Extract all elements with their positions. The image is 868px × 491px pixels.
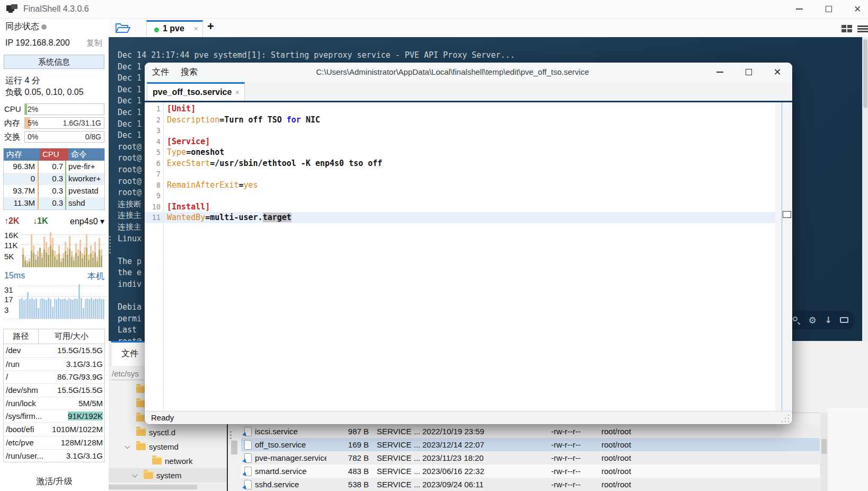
editor-tab[interactable]: pve_off_tso.service × xyxy=(147,82,245,101)
file-cell: 2022/10/19 23:59 xyxy=(422,427,494,436)
chevron-down-icon[interactable] xyxy=(125,444,130,449)
file-row-sshd.service[interactable]: sshd.service538 BSERVICE ...2023/09/24 0… xyxy=(241,478,820,491)
gear-icon[interactable]: ⚙ xyxy=(807,315,818,326)
disk-cell: / xyxy=(4,371,37,383)
disk-cell: 128M/128M xyxy=(37,436,104,449)
file-list-scrollbar-thumb[interactable] xyxy=(821,439,827,454)
editor-menu-file[interactable]: 文件 xyxy=(152,67,169,78)
disk-cell: 15.5G/15.5G xyxy=(37,384,104,397)
tab-close-icon[interactable]: × xyxy=(194,24,198,33)
editor-close-button[interactable]: ✕ xyxy=(770,65,785,80)
sidebar: 同步状态 IP 192.168.8.200 复制 系统信息 运行 4 分 负载 … xyxy=(0,19,109,491)
line-code: ExecStart=/usr/sbin/ethtool -K enp4s0 ts… xyxy=(167,158,382,169)
tab-files[interactable]: 文件 xyxy=(111,341,149,366)
new-tab-button[interactable]: + xyxy=(207,20,214,33)
file-list-scrollbar[interactable] xyxy=(820,413,828,491)
ping-target-selector[interactable]: 本机 xyxy=(87,271,104,282)
tree-horizontal-scrollbar[interactable] xyxy=(109,484,227,490)
code-token: Type xyxy=(167,147,186,157)
disk-header-size[interactable]: 可用/大小 xyxy=(39,329,104,344)
file-cell: 483 B xyxy=(326,467,369,476)
disk-row: /run/user...3.1G/3.1G xyxy=(4,449,104,462)
terminal-scrollbar-thumb[interactable] xyxy=(863,39,867,108)
session-tabbar: 1 pve × + xyxy=(109,19,868,37)
tree-item-system[interactable]: system xyxy=(109,468,227,483)
window-close-button[interactable]: ✕ xyxy=(849,1,866,17)
search-icon[interactable] xyxy=(791,315,802,326)
tree-item-label: systemd xyxy=(149,442,179,451)
cpu-meter: CPU 2% xyxy=(0,103,109,115)
activate-upgrade-link[interactable]: 激活/升级 xyxy=(0,476,109,487)
process-row[interactable]: 00.3kworker+ xyxy=(4,173,104,185)
interface-dropdown[interactable]: enp4s0 ▾ xyxy=(70,216,104,226)
menu-icon[interactable] xyxy=(857,25,868,32)
process-row[interactable]: 96.3M0.7pve-fir+ xyxy=(4,161,104,173)
line-code: WantedBy=multi-user.target xyxy=(167,212,291,223)
tree-item-systemd[interactable]: systemd xyxy=(109,440,227,454)
process-row[interactable]: 93.7M0.3pvestatd xyxy=(4,185,104,197)
panel-splitter-handle[interactable] xyxy=(230,429,232,441)
network-bar xyxy=(79,230,81,267)
ping-bar xyxy=(91,298,92,319)
file-cell: sshd.service xyxy=(255,480,326,489)
editor-content[interactable]: 1[Unit]2Description=Turn off TSO for NIC… xyxy=(145,102,792,411)
file-row-pve-manager.service[interactable]: pve-manager.service782 BSERVICE ...2023/… xyxy=(241,451,820,464)
editor-line: 10[Install] xyxy=(145,201,775,213)
file-row-off_tso.service[interactable]: off_tso.service169 BSERVICE ...2023/12/1… xyxy=(241,438,820,451)
open-connection-button[interactable] xyxy=(115,22,131,34)
disk-header-path[interactable]: 路径 xyxy=(4,329,39,344)
process-header-memory[interactable]: 内存 xyxy=(4,148,40,161)
line-number: 1 xyxy=(145,103,161,113)
tab-pve[interactable]: 1 pve × xyxy=(146,20,203,37)
network-ylabel: 16K xyxy=(4,231,19,240)
terminal-scrollbar[interactable] xyxy=(862,37,868,341)
ping-bar xyxy=(78,284,80,319)
editor-menu-search[interactable]: 搜索 xyxy=(181,67,198,78)
file-cell: root/root xyxy=(601,440,660,449)
close-icon: ✕ xyxy=(773,67,781,77)
download-icon[interactable]: ↓ xyxy=(823,315,834,326)
minimize-icon xyxy=(716,72,723,73)
sidebar-splitter-handle[interactable] xyxy=(109,234,111,255)
chevron-down-icon[interactable] xyxy=(132,472,138,478)
display-icon[interactable] xyxy=(839,315,849,326)
line-number: 7 xyxy=(145,169,161,178)
code-token: =multi-user. xyxy=(205,213,262,222)
process-header-command[interactable]: 命令 xyxy=(68,148,104,161)
network-bar xyxy=(69,230,70,267)
file-row-iscsi.service[interactable]: iscsi.service987 BSERVICE ...2022/10/19 … xyxy=(241,425,820,438)
editor-scrollbar-thumb[interactable] xyxy=(783,211,791,218)
window-maximize-button[interactable] xyxy=(820,1,837,17)
editor-line: 1[Unit] xyxy=(145,103,775,115)
tree-item-sysctl.d[interactable]: sysctl.d xyxy=(109,425,227,440)
file-icon xyxy=(244,440,252,450)
window-minimize-button[interactable] xyxy=(791,1,808,17)
grid-view-icon[interactable] xyxy=(842,25,853,33)
editor-line: 11WantedBy=multi-user.target xyxy=(145,212,775,223)
tree-scrollbar-thumb[interactable] xyxy=(231,441,237,454)
editor-tab-close-icon[interactable]: × xyxy=(235,88,240,97)
disk-cell: /sys/firm... xyxy=(4,410,37,423)
copy-ip-button[interactable]: 复制 xyxy=(86,38,102,48)
editor-maximize-button[interactable] xyxy=(741,65,756,80)
ip-label: IP 192.168.8.200 xyxy=(5,38,70,48)
file-cell: 987 B xyxy=(326,427,369,436)
resize-grip-icon[interactable] xyxy=(782,415,789,422)
ping-bar xyxy=(103,299,104,319)
disk-cell: /boot/efi xyxy=(4,423,37,436)
line-code: [Install] xyxy=(167,201,210,213)
cpu-meter-fill xyxy=(25,104,27,115)
system-info-button[interactable]: 系统信息 xyxy=(4,55,104,69)
tree-item-network[interactable]: network xyxy=(109,454,227,468)
minimize-icon xyxy=(796,8,803,10)
file-row-smartd.service[interactable]: smartd.service483 BSERVICE ...2023/06/16… xyxy=(241,464,820,478)
network-bar xyxy=(60,230,62,267)
ping-bar xyxy=(83,308,84,319)
process-header-cpu[interactable]: CPU xyxy=(40,148,68,161)
editor-scrollbar[interactable] xyxy=(775,102,792,411)
network-bar xyxy=(73,230,75,267)
swap-meter-detail: 0/8G xyxy=(85,133,101,141)
editor-minimize-button[interactable] xyxy=(712,65,727,80)
tree-hscroll-thumb[interactable] xyxy=(109,485,197,489)
process-row[interactable]: 11.3M0.3sshd xyxy=(4,197,104,209)
